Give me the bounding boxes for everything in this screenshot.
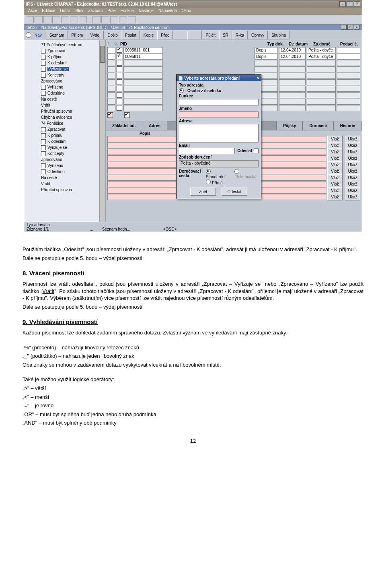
button-vloz[interactable]: Vlož <box>327 149 343 155</box>
button-odeslat[interactable]: Odeslat <box>222 188 247 196</box>
tree-node[interactable]: Vyřizuje se <box>41 66 104 72</box>
button-ukaz[interactable]: Ukaž <box>345 181 360 188</box>
menu-item[interactable]: Blok <box>73 8 86 15</box>
section-tab[interactable]: Základní úd. <box>106 121 142 130</box>
table-row[interactable] <box>107 60 360 66</box>
button-vloz[interactable]: Vlož <box>327 142 343 149</box>
button-ukaz[interactable]: Ukaž <box>345 142 360 149</box>
toolbar-button[interactable] <box>43 16 51 23</box>
button-vloz[interactable]: Vlož <box>327 136 343 142</box>
tree-checkbox[interactable] <box>41 61 46 66</box>
toolbar-button[interactable] <box>101 16 109 23</box>
tree-checkbox[interactable] <box>41 127 46 132</box>
tree-node[interactable]: Na cestě <box>35 175 104 181</box>
tree-node[interactable]: Odesláno <box>41 169 104 175</box>
tree-node[interactable]: K odeslání <box>41 60 104 66</box>
toolbar-button[interactable] <box>26 16 34 23</box>
radio-standardni[interactable] <box>206 169 211 174</box>
table-row[interactable]: 0095811_001Dopis12.04.2010Pošta - obyče <box>107 47 360 53</box>
toolbar-button[interactable] <box>119 16 127 23</box>
tree-checkbox[interactable] <box>41 55 46 60</box>
tree-node[interactable]: Zpracováno <box>35 157 104 163</box>
tree-node[interactable]: Vrátit <box>35 102 104 108</box>
toolbar-button[interactable] <box>35 16 43 23</box>
menu-item[interactable]: Nástroje <box>136 8 156 15</box>
tree-node[interactable]: Koncepty <box>41 72 104 78</box>
select-zpusob-doruceni[interactable]: Pošta - obyčejně <box>179 160 259 167</box>
tree-node[interactable]: Zpracovat <box>41 48 104 54</box>
tree-node[interactable]: 74 Poněšice <box>35 120 104 126</box>
textarea-adresa[interactable] <box>179 124 259 142</box>
tree-checkbox[interactable] <box>41 169 46 174</box>
menu-item[interactable]: Nápověda <box>156 8 179 15</box>
filter-checkbox[interactable] <box>124 112 130 118</box>
scrollbar-thumb[interactable] <box>100 46 105 63</box>
dialog-close-button[interactable]: × <box>257 76 259 80</box>
toolbar-button[interactable] <box>52 16 60 23</box>
button-vloz[interactable]: Vlož <box>327 174 343 181</box>
button-vloz[interactable]: Vlož <box>327 181 343 188</box>
menu-item[interactable]: Okno <box>179 8 194 15</box>
menu-item[interactable]: Dotaz <box>58 8 73 15</box>
tree-node[interactable]: Odesláno <box>41 90 104 96</box>
button-vloz[interactable]: Vlož <box>327 155 343 162</box>
button-vloz[interactable]: Vlož <box>327 168 343 175</box>
nav-tab[interactable]: SŘ <box>219 31 232 39</box>
radio-osoba-z-ciselniku[interactable] <box>179 88 184 93</box>
nav-tab[interactable]: Kopie <box>140 31 158 39</box>
tree-node[interactable]: Vyřízeno <box>41 163 104 169</box>
tree-checkbox[interactable] <box>41 49 46 54</box>
toolbar-button[interactable] <box>128 16 136 23</box>
sub-minimize[interactable]: _ <box>341 25 347 30</box>
nav-tab[interactable]: Poslat <box>121 31 140 39</box>
sub-maximize[interactable]: □ <box>347 25 353 30</box>
checkbox-odeslat[interactable] <box>254 149 259 153</box>
menu-item[interactable]: Akce <box>26 8 39 15</box>
tree-checkbox[interactable] <box>41 151 46 156</box>
nav-tab[interactable] <box>187 31 202 39</box>
toolbar-button[interactable] <box>92 16 101 23</box>
tree-node[interactable]: Vyřizuje se <box>41 144 104 151</box>
section-tab[interactable]: Půjčky <box>277 121 303 130</box>
nav-tab[interactable]: Půjčit <box>202 31 219 39</box>
button-ukaz[interactable]: Ukaž <box>345 187 360 194</box>
tree-node[interactable]: K příjmu <box>41 132 104 138</box>
button-ukaz[interactable]: Ukaž <box>345 149 360 155</box>
input-funkce[interactable] <box>179 99 259 105</box>
table-row[interactable] <box>107 66 360 72</box>
cell-checkbox[interactable] <box>117 99 122 104</box>
table-row[interactable]: 0095811Dopis12.04.2010Pošta - obyče <box>107 53 360 60</box>
sub-close[interactable]: × <box>354 25 359 30</box>
tree-node[interactable]: Zpracováno <box>35 78 104 84</box>
tree-node[interactable]: Vyřízeno <box>41 84 104 90</box>
nav-tab[interactable] <box>173 31 187 39</box>
button-ukaz[interactable]: Ukaž <box>345 194 360 200</box>
menu-item[interactable]: Pole <box>105 8 118 15</box>
tree-node[interactable]: Koncepty <box>41 151 104 157</box>
tree-checkbox[interactable] <box>41 145 46 150</box>
radio-prima[interactable] <box>206 179 211 184</box>
radio-elektronicka[interactable] <box>234 169 239 174</box>
button-ukaz[interactable]: Ukaž <box>345 161 360 168</box>
nav-tab[interactable]: Skupina <box>268 31 290 39</box>
toolbar-button[interactable] <box>79 16 87 23</box>
cell-checkbox[interactable] <box>117 73 122 78</box>
input-email[interactable] <box>179 148 235 154</box>
tree-checkbox[interactable] <box>41 91 46 96</box>
cell-checkbox[interactable] <box>117 92 122 98</box>
scrollbar[interactable] <box>99 40 105 222</box>
minimize-button[interactable]: _ <box>339 1 346 7</box>
section-tab[interactable]: Adres <box>142 121 167 130</box>
section-tab[interactable]: Historie <box>334 121 362 130</box>
button-zpet[interactable]: Zpět <box>190 188 216 196</box>
menu-item[interactable]: Editace <box>39 8 57 15</box>
nav-tab[interactable]: Opravy <box>248 31 268 39</box>
nav-tab[interactable]: Příjem <box>68 31 86 39</box>
cell-checkbox[interactable] <box>117 66 122 72</box>
button-vloz[interactable]: Vlož <box>327 194 343 200</box>
nav-tab[interactable]: Seznam <box>46 31 68 39</box>
nav-tab[interactable]: Výdej <box>86 31 104 39</box>
tree-node[interactable]: Vrátit <box>35 181 104 187</box>
nav-tab[interactable]: Před <box>157 31 173 39</box>
tree-checkbox[interactable] <box>41 133 46 138</box>
